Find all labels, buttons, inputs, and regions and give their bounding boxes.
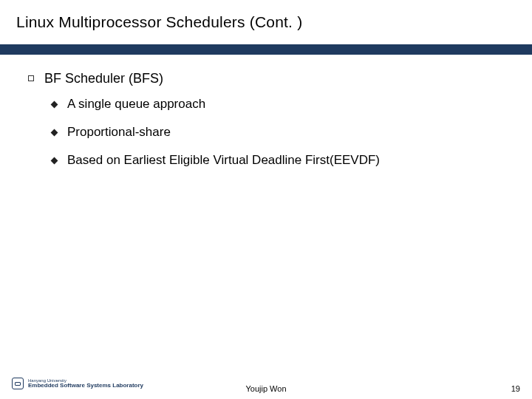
bullet-text: A single queue approach [67, 97, 205, 112]
slide: Linux Multiprocessor Schedulers (Cont. )… [0, 0, 532, 399]
diamond-bullet-icon [51, 129, 58, 137]
diamond-bullet-icon [51, 101, 58, 109]
title-underline [0, 44, 532, 55]
section-heading: BF Scheduler (BFS) [44, 71, 163, 86]
bullet-text: Proportional-share [67, 125, 171, 140]
diamond-bullet-icon [51, 157, 58, 165]
title-area: Linux Multiprocessor Schedulers (Cont. ) [0, 0, 532, 38]
slide-title: Linux Multiprocessor Schedulers (Cont. ) [16, 13, 516, 31]
page-number: 19 [511, 384, 520, 393]
footer-author: Youjip Won [0, 384, 532, 393]
square-bullet-icon [28, 75, 34, 81]
bullet-text: Based on Earliest Eligible Virtual Deadl… [67, 153, 380, 168]
bullet-row: Proportional-share [28, 125, 504, 140]
section-row: BF Scheduler (BFS) [28, 71, 504, 86]
bullet-row: A single queue approach [28, 97, 504, 112]
footer: Hanyang University Embedded Software Sys… [0, 372, 532, 399]
content-area: BF Scheduler (BFS) A single queue approa… [0, 55, 532, 168]
bullet-row: Based on Earliest Eligible Virtual Deadl… [28, 153, 504, 168]
